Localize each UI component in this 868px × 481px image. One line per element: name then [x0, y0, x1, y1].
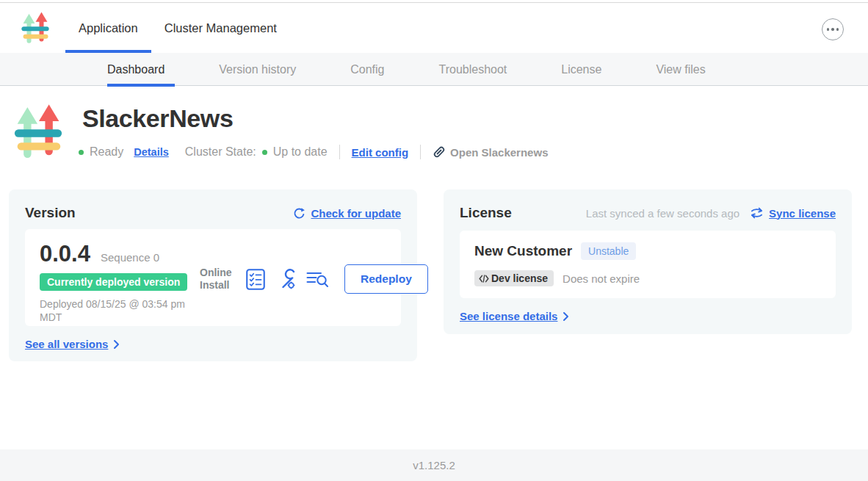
replicated-logo-icon: [21, 12, 50, 46]
version-card: Version Check for update 0.0.4 Seque: [9, 189, 417, 361]
check-for-update-link[interactable]: Check for update: [293, 207, 401, 220]
subtab-version-history[interactable]: Version history: [219, 53, 296, 86]
divider: [420, 145, 421, 159]
customer-name: New Customer: [474, 243, 572, 259]
install-type-label: Online Install: [200, 267, 235, 292]
channel-badge: Unstable: [581, 242, 636, 260]
app-status-text: Ready: [90, 145, 123, 159]
see-license-details-link[interactable]: See license details: [460, 310, 569, 322]
open-app-link[interactable]: Open Slackernews: [433, 145, 548, 159]
dashboard-cards: Version Check for update 0.0.4 Seque: [9, 189, 852, 361]
tab-application[interactable]: Application: [65, 3, 151, 53]
tab-cluster-management[interactable]: Cluster Management: [151, 3, 290, 53]
status-details-link[interactable]: Details: [134, 146, 169, 158]
tab-cluster-management-label: Cluster Management: [164, 21, 277, 35]
license-card-title: License: [460, 205, 512, 221]
chevron-right-icon: [563, 311, 569, 322]
page-title: SlackerNews: [82, 104, 233, 133]
subtab-license[interactable]: License: [561, 53, 601, 86]
app-logo-icon: [13, 101, 63, 164]
sequence-label: Sequence 0: [101, 251, 159, 264]
subtab-config[interactable]: Config: [350, 53, 384, 86]
license-type-tag: Dev license: [474, 270, 554, 286]
edit-config-link[interactable]: Edit config: [352, 146, 409, 159]
app-bar: Application Cluster Management: [0, 3, 868, 53]
sync-license-link[interactable]: Sync license: [750, 207, 836, 220]
app-status-dot-icon: [79, 150, 84, 155]
wrench-gear-icon[interactable]: [275, 269, 296, 289]
license-card: License Last synced a few seconds ago: [444, 189, 852, 334]
subtab-dashboard[interactable]: Dashboard: [107, 53, 164, 86]
tab-application-label: Application: [79, 21, 138, 35]
last-synced-text: Last synced a few seconds ago: [586, 207, 739, 220]
refresh-icon: [293, 207, 305, 220]
subtab-troubleshoot[interactable]: Troubleshoot: [438, 53, 507, 86]
console-footer: v1.125.2: [0, 449, 868, 481]
current-version-panel: 0.0.4 Sequence 0 Currently deployed vers…: [25, 229, 401, 326]
sync-arrows-icon: [750, 207, 764, 219]
app-status-row: Ready Details Cluster State: Up to date …: [79, 143, 548, 161]
deployed-timestamp: Deployed 08/15/25 @ 03:54 pm MDT: [40, 297, 200, 324]
divider: [339, 145, 340, 159]
ellipsis-icon: [827, 28, 830, 31]
cluster-state-dot-icon: [262, 150, 267, 155]
console-version: v1.125.2: [413, 459, 455, 471]
link-icon: [433, 145, 446, 159]
version-number: 0.0.4: [40, 241, 90, 267]
app-bar-tabs: Application Cluster Management: [65, 3, 290, 53]
cluster-state-label: Cluster State:: [185, 145, 256, 159]
chevron-right-icon: [113, 339, 120, 350]
app-subnav: Dashboard Version history Config Trouble…: [0, 53, 868, 86]
preflight-checklist-icon[interactable]: [246, 269, 265, 290]
view-logs-icon[interactable]: [306, 270, 328, 289]
subtab-view-files[interactable]: View files: [656, 53, 705, 86]
code-icon: [479, 275, 489, 283]
license-expiry-text: Does not expire: [563, 272, 640, 285]
license-panel: New Customer Unstable Dev license: [460, 231, 836, 298]
admin-console: Application Cluster Management Dashboard…: [0, 0, 868, 481]
version-card-title: Version: [25, 205, 76, 221]
deployed-badge: Currently deployed version: [40, 273, 187, 291]
open-app-label: Open Slackernews: [450, 146, 548, 159]
redeploy-button[interactable]: Redeploy: [344, 264, 428, 294]
overflow-menu-button[interactable]: [822, 18, 844, 40]
see-all-versions-link[interactable]: See all versions: [25, 338, 120, 350]
cluster-state-value: Up to date: [273, 145, 328, 159]
